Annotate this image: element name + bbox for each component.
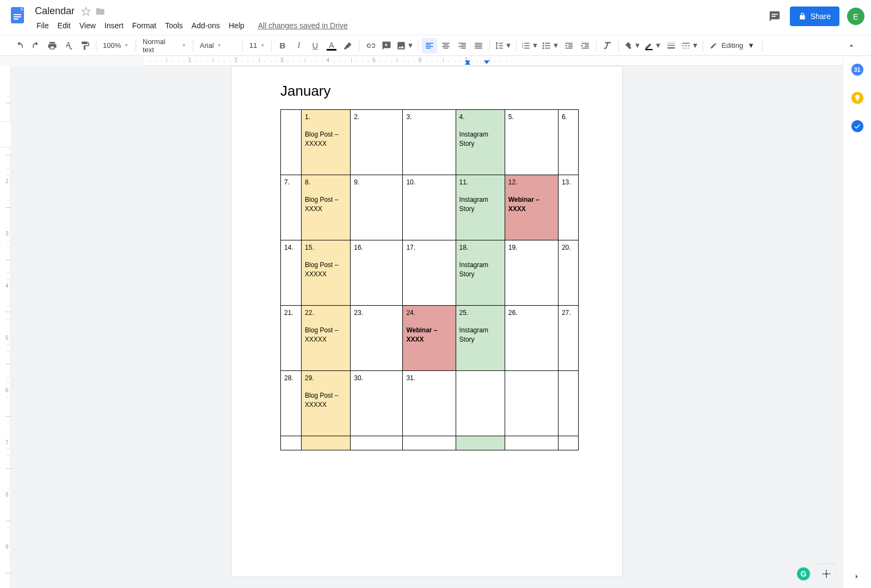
border-color-icon[interactable]: ▼ [643,38,663,53]
calendar-table[interactable]: 1.Blog Post – XXXXX2.3.4.Instagram Story… [280,109,579,450]
align-justify-icon[interactable] [471,38,486,53]
numbered-list-icon[interactable]: ▼ [520,38,539,53]
table-cell[interactable]: 25.Instagram Story [456,306,505,371]
align-right-icon[interactable] [455,38,470,53]
table-cell[interactable] [505,436,558,450]
bold-icon[interactable]: B [275,38,290,53]
table-cell[interactable] [351,436,403,450]
table-cell[interactable]: 23. [351,306,403,371]
increase-indent-icon[interactable] [578,38,593,53]
insert-link-icon[interactable] [363,38,378,53]
table-cell[interactable]: 26. [505,306,558,371]
table-cell[interactable]: 5. [505,110,558,175]
document-title[interactable]: Calendar [33,4,77,18]
line-spacing-icon[interactable]: ▼ [493,38,513,53]
zoom-select[interactable]: 100%▼ [100,38,132,53]
font-family-select[interactable]: Arial▼ [197,38,239,53]
insert-image-icon[interactable]: ▼ [395,38,415,53]
align-center-icon[interactable] [438,38,453,53]
table-cell[interactable]: 12.Webinar – XXXX [505,175,558,240]
menu-view[interactable]: View [76,19,100,32]
account-avatar[interactable]: E [847,8,864,25]
save-status[interactable]: All changes saved in Drive [258,21,348,30]
table-cell[interactable]: 21. [281,306,302,371]
table-cell[interactable]: 15.Blog Post – XXXXX [302,240,351,306]
document-canvas[interactable]: January 1.Blog Post – XXXXX2.3.4.Instagr… [11,66,843,588]
menu-addons[interactable]: Add-ons [188,19,224,32]
table-cell[interactable] [281,110,302,175]
table-cell[interactable]: 16. [351,240,403,306]
table-cell[interactable]: 3. [403,110,456,175]
table-cell[interactable]: 22.Blog Post – XXXXX [302,306,351,371]
bulleted-list-icon[interactable]: ▼ [541,38,560,53]
table-cell[interactable]: 13. [558,175,578,240]
table-cell[interactable]: 17. [403,240,456,306]
table-cell[interactable] [558,436,578,450]
move-to-folder-icon[interactable] [95,7,105,16]
paint-format-icon[interactable] [77,38,93,53]
table-cell[interactable] [456,436,505,450]
undo-icon[interactable] [12,38,27,53]
grammarly-icon[interactable]: G [797,567,810,580]
table-cell[interactable]: 2. [351,110,403,175]
document-page[interactable]: January 1.Blog Post – XXXXX2.3.4.Instagr… [231,66,623,577]
table-cell[interactable]: 9. [351,175,403,240]
open-comments-icon[interactable] [767,9,782,24]
menu-help[interactable]: Help [225,19,248,32]
table-cell[interactable]: 4.Instagram Story [456,110,505,175]
table-cell[interactable]: 19. [505,240,558,306]
table-cell[interactable]: 7. [281,175,302,240]
fill-color-icon[interactable]: ▼ [622,38,642,53]
google-tasks-icon[interactable] [851,120,863,132]
redo-icon[interactable] [28,38,44,53]
google-calendar-icon[interactable]: 31 [851,64,863,76]
table-cell[interactable]: 28. [281,371,302,436]
explore-button-icon[interactable] [817,564,836,584]
table-cell[interactable]: 20. [558,240,578,306]
table-cell[interactable]: 27. [558,306,578,371]
table-cell[interactable] [403,436,456,450]
table-cell[interactable]: 6. [558,110,578,175]
table-cell[interactable]: 14. [281,240,302,306]
italic-icon[interactable]: I [291,38,306,53]
print-icon[interactable] [45,38,60,53]
google-keep-icon[interactable] [851,92,863,104]
align-left-icon[interactable] [422,38,437,53]
decrease-indent-icon[interactable] [561,38,576,53]
menu-edit[interactable]: Edit [54,19,75,32]
table-cell[interactable]: 18.Instagram Story [456,240,505,306]
page-heading[interactable]: January [280,83,573,100]
table-cell[interactable]: 30. [351,371,403,436]
table-cell[interactable]: 1.Blog Post – XXXXX [302,110,351,175]
table-cell[interactable] [302,436,351,450]
menu-file[interactable]: File [33,19,53,32]
clear-formatting-icon[interactable] [600,38,615,53]
table-cell[interactable]: 11.Instagram Story [456,175,505,240]
border-style-icon[interactable]: ▼ [680,38,700,53]
spellcheck-icon[interactable] [61,38,76,53]
border-width-icon[interactable] [664,38,679,53]
font-size-select[interactable]: 11▼ [246,38,268,53]
menu-insert[interactable]: Insert [101,19,127,32]
table-cell[interactable] [558,371,578,436]
table-cell[interactable]: 10. [403,175,456,240]
text-color-icon[interactable]: A [324,38,339,53]
table-cell[interactable]: 24.Webinar – XXXX [403,306,456,371]
paragraph-style-select[interactable]: Normal text▼ [139,38,189,53]
table-cell[interactable]: 8.Blog Post – XXXX [302,175,351,240]
table-cell[interactable] [505,371,558,436]
menu-format[interactable]: Format [128,19,160,32]
docs-logo-icon[interactable] [7,4,28,26]
hide-side-panel-icon[interactable] [852,572,862,588]
underline-icon[interactable]: U [308,38,323,53]
horizontal-ruler[interactable]: 1234567 [144,56,843,66]
hide-menus-icon[interactable] [844,38,859,53]
share-button[interactable]: Share [790,7,839,26]
table-cell[interactable] [281,436,302,450]
add-comment-icon[interactable] [379,38,394,53]
table-cell[interactable]: 29.Blog Post – XXXXX [302,371,351,436]
highlight-color-icon[interactable] [340,38,355,53]
editing-mode-select[interactable]: Editing ▼ [707,41,759,50]
menu-tools[interactable]: Tools [161,19,187,32]
table-cell[interactable]: 31. [403,371,456,436]
